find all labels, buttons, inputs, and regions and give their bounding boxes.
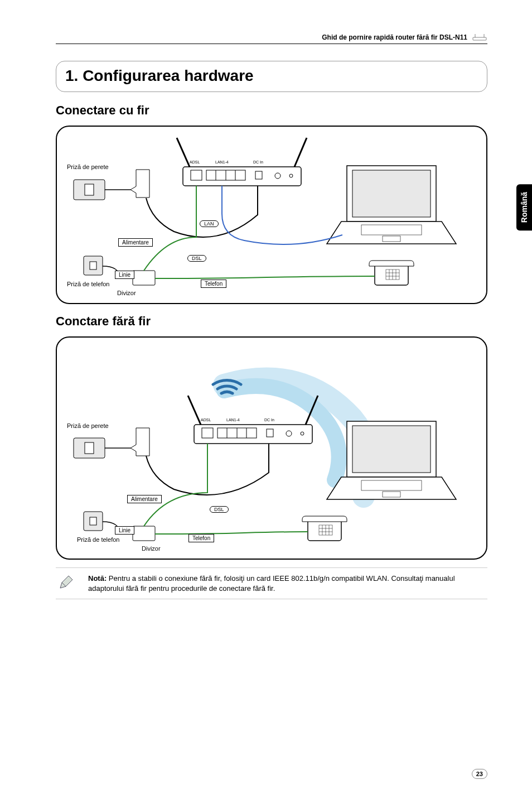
telephone-label: Telefon [201, 280, 226, 288]
svg-rect-6 [90, 262, 96, 269]
splitter-label-2: Divizor [142, 545, 161, 552]
line-label: Linie [115, 271, 134, 279]
svg-line-17 [177, 138, 190, 167]
phone-outlet-label-2: Priză de telefon [77, 536, 119, 543]
dsl-bubble: DSL [187, 255, 206, 262]
header-title: Ghid de pornire rapidă router fără fir D… [322, 33, 467, 41]
line-label-2: Linie [115, 526, 134, 535]
svg-rect-0 [473, 37, 486, 40]
pencil-icon [58, 575, 74, 590]
svg-rect-35 [202, 428, 213, 438]
svg-rect-45 [352, 426, 431, 473]
svg-rect-7 [133, 271, 155, 285]
svg-rect-40 [267, 429, 273, 437]
power-label-2: Alimentare [127, 495, 162, 503]
svg-rect-30 [85, 442, 94, 454]
dsl-bubble-2: DSL [210, 506, 229, 513]
svg-rect-19 [352, 170, 431, 217]
port-lan-label-2: LAN1-4 [226, 418, 240, 422]
wired-subtitle: Conectare cu fir [56, 103, 487, 118]
note-text: Notă: Pentru a stabili o conexiune fără … [88, 574, 485, 593]
port-adsl-label-2: ADSL [201, 418, 211, 422]
phone-outlet-label: Priză de telefon [67, 281, 109, 287]
wireless-subtitle: Conctare fără fir [56, 314, 487, 329]
note-body: Pentru a stabili o conexiune fără fir, f… [88, 574, 455, 593]
router-mini-icon [472, 33, 487, 41]
section-title: 1. Configurarea hardware [65, 67, 478, 85]
svg-rect-9 [191, 170, 202, 180]
note-label: Notă: [88, 574, 107, 583]
language-tab: Română [516, 184, 532, 230]
wall-outlet-label-2: Priză de perete [67, 422, 109, 429]
svg-line-18 [294, 138, 307, 167]
page-number: 23 [472, 769, 487, 779]
page-header: Ghid de pornire rapidă router fără fir D… [56, 33, 487, 44]
svg-rect-32 [90, 517, 96, 525]
section-heading-box: 1. Configurarea hardware [56, 61, 487, 92]
svg-rect-14 [255, 171, 262, 179]
port-lan-label: LAN1-4 [215, 160, 229, 164]
svg-line-43 [188, 396, 201, 425]
power-label: Alimentare [118, 238, 153, 247]
note-block: Notă: Pentru a stabili o conexiune fără … [56, 567, 487, 599]
port-adsl-label: ADSL [190, 160, 200, 164]
telephone-label-2: Telefon [188, 534, 214, 542]
port-dc-label: DC In [253, 160, 263, 164]
svg-rect-4 [85, 184, 94, 195]
svg-rect-33 [133, 526, 155, 541]
wall-outlet-label: Priză de perete [67, 163, 109, 170]
wired-diagram: Priză de perete ADSL LAN1-4 DC In Alimen… [56, 126, 487, 304]
wireless-diagram: Priză de perete ADSL LAN1-4 DC In Alimen… [56, 336, 487, 560]
splitter-label: Divizor [117, 290, 136, 296]
lan-bubble: LAN [200, 220, 219, 227]
port-dc-label-2: DC In [264, 418, 274, 422]
